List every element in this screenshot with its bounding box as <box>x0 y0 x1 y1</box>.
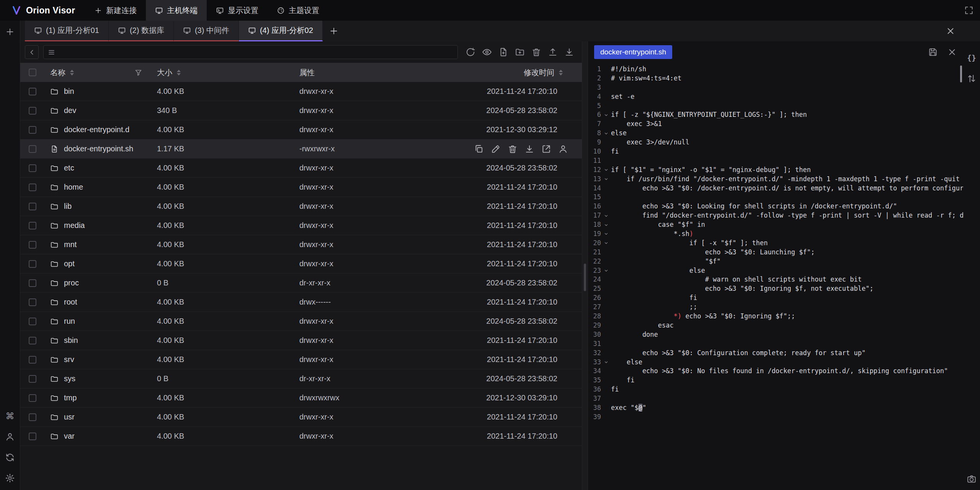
menu-item-theme[interactable]: 主题设置 <box>268 0 328 21</box>
fold-chevron-icon[interactable] <box>601 358 611 367</box>
resize-grip[interactable] <box>584 264 586 291</box>
path-input[interactable] <box>59 48 454 57</box>
file-name[interactable]: etc <box>45 164 157 172</box>
fold-chevron-icon[interactable] <box>601 110 611 120</box>
sort-mtime-icon[interactable] <box>559 70 563 75</box>
back-button[interactable] <box>25 45 39 59</box>
file-plus-icon[interactable] <box>498 47 508 57</box>
row-checkbox[interactable] <box>20 394 45 402</box>
download-icon[interactable] <box>564 47 574 57</box>
row-checkbox[interactable] <box>20 164 45 172</box>
file-name[interactable]: opt <box>45 259 157 268</box>
file-row[interactable]: docker-entrypoint.d4.00 KBdrwxr-xr-x2021… <box>20 120 582 139</box>
file-name[interactable]: sys <box>45 374 157 383</box>
menu-item-terminal[interactable]: 主机终端 <box>146 0 207 21</box>
row-checkbox[interactable] <box>20 222 45 229</box>
fold-chevron-icon[interactable] <box>601 220 611 229</box>
refresh-icon[interactable] <box>466 47 475 57</box>
sort-size-icon[interactable] <box>177 70 181 75</box>
file-name[interactable]: run <box>45 317 157 326</box>
user-icon[interactable] <box>5 432 15 442</box>
menu-item-display[interactable]: 显示设置 <box>207 0 268 21</box>
fold-chevron-icon[interactable] <box>601 239 611 248</box>
file-name[interactable]: var <box>45 432 157 441</box>
command-icon[interactable]: ⌘ <box>5 411 15 421</box>
fold-chevron-icon[interactable] <box>601 166 611 175</box>
file-row[interactable]: usr4.00 KBdrwxr-xr-x2021-11-24 17:20:10 <box>20 408 582 427</box>
fold-chevron-icon[interactable] <box>601 211 611 220</box>
file-name[interactable]: home <box>45 183 157 192</box>
trash-icon[interactable] <box>531 47 541 57</box>
file-row[interactable]: etc4.00 KBdrwxr-xr-x2024-05-28 23:58:02 <box>20 159 582 178</box>
gear-icon[interactable] <box>5 473 15 483</box>
file-row[interactable]: lib4.00 KBdrwxr-xr-x2021-11-24 17:20:10 <box>20 197 582 216</box>
file-name[interactable]: usr <box>45 413 157 421</box>
swap-icon[interactable] <box>967 74 977 84</box>
file-row[interactable]: run4.00 KBdrwxr-xr-x2024-05-28 23:58:02 <box>20 312 582 331</box>
trash-icon[interactable] <box>508 144 518 154</box>
file-row[interactable]: proc0 Bdr-xr-xr-x2024-05-28 23:58:02 <box>20 274 582 293</box>
terminal-tab[interactable]: (3) 中间件 <box>174 21 239 41</box>
terminal-tab[interactable]: (1) 应用-分析01 <box>25 21 109 41</box>
code-area[interactable]: 1#!/bin/sh2# vim:sw=4:ts=4:et34set -e56i… <box>588 62 963 490</box>
fold-chevron-icon[interactable] <box>601 229 611 239</box>
row-checkbox[interactable] <box>20 413 45 421</box>
row-checkbox[interactable] <box>20 241 45 249</box>
edit-icon[interactable] <box>491 144 501 154</box>
col-mtime-label[interactable]: 修改时间 <box>524 67 554 78</box>
row-checkbox[interactable] <box>20 184 45 191</box>
fullscreen-icon[interactable] <box>964 5 974 15</box>
eye-icon[interactable] <box>482 47 492 57</box>
checkbox[interactable] <box>29 69 36 76</box>
file-row[interactable]: var4.00 KBdrwxr-xr-x2021-11-24 17:20:10 <box>20 427 582 446</box>
row-checkbox[interactable] <box>20 356 45 364</box>
file-row[interactable]: opt4.00 KBdrwxr-xr-x2021-11-24 17:20:10 <box>20 254 582 274</box>
row-checkbox[interactable] <box>20 279 45 287</box>
file-row[interactable]: tmp4.00 KBdrwxrwxrwx2021-12-30 03:29:10 <box>20 388 582 408</box>
terminal-tab[interactable]: (2) 数据库 <box>109 21 174 41</box>
close-editor-icon[interactable] <box>947 47 957 57</box>
row-checkbox[interactable] <box>20 88 45 95</box>
brand[interactable]: Orion Visor <box>0 5 85 16</box>
copy-icon[interactable] <box>474 144 484 154</box>
upload-icon[interactable] <box>548 47 558 57</box>
file-name[interactable]: root <box>45 298 157 306</box>
file-row[interactable]: bin4.00 KBdrwxr-xr-x2021-11-24 17:20:10 <box>20 82 582 101</box>
file-name[interactable]: dev <box>45 106 157 115</box>
file-name[interactable]: proc <box>45 279 157 287</box>
fold-chevron-icon[interactable] <box>601 266 611 275</box>
col-size-label[interactable]: 大小 <box>157 67 172 78</box>
camera-icon[interactable] <box>967 474 977 484</box>
row-checkbox[interactable] <box>20 318 45 325</box>
fold-chevron-icon[interactable] <box>601 129 611 138</box>
row-checkbox[interactable] <box>20 145 45 153</box>
file-name[interactable]: docker-entrypoint.d <box>45 125 157 134</box>
file-row[interactable]: sys0 Bdr-xr-xr-x2024-05-28 23:58:02 <box>20 369 582 388</box>
new-terminal-tab-button[interactable] <box>329 26 339 36</box>
file-name[interactable]: lib <box>45 202 157 211</box>
sort-name-icon[interactable] <box>70 70 74 75</box>
panel-resize-handle[interactable] <box>582 41 588 490</box>
file-name[interactable]: srv <box>45 355 157 364</box>
file-name[interactable]: bin <box>45 87 157 96</box>
file-row[interactable]: docker-entrypoint.sh1.17 KB-rwxrwxr-x <box>20 139 582 159</box>
menu-item-plus[interactable]: 新建连接 <box>85 0 146 21</box>
row-checkbox[interactable] <box>20 298 45 306</box>
file-row[interactable]: sbin4.00 KBdrwxr-xr-x2021-11-24 17:20:10 <box>20 331 582 350</box>
row-checkbox[interactable] <box>20 433 45 440</box>
header-checkbox[interactable] <box>20 69 45 76</box>
row-checkbox[interactable] <box>20 337 45 344</box>
file-row[interactable]: dev340 Bdrwxr-xr-x2024-05-28 23:58:02 <box>20 101 582 120</box>
editor-scrollbar[interactable] <box>960 66 962 82</box>
file-row[interactable]: root4.00 KBdrwx------2021-11-24 17:20:10 <box>20 293 582 312</box>
file-name[interactable]: mnt <box>45 240 157 249</box>
file-name[interactable]: media <box>45 221 157 230</box>
col-name-label[interactable]: 名称 <box>50 67 65 78</box>
filter-icon[interactable] <box>134 69 142 77</box>
braces-icon[interactable]: {} <box>967 53 977 63</box>
row-checkbox[interactable] <box>20 260 45 268</box>
file-row[interactable]: srv4.00 KBdrwxr-xr-x2021-11-24 17:20:10 <box>20 350 582 369</box>
file-row[interactable]: media4.00 KBdrwxr-xr-x2021-11-24 17:20:1… <box>20 216 582 235</box>
row-checkbox[interactable] <box>20 375 45 383</box>
row-checkbox[interactable] <box>20 126 45 134</box>
